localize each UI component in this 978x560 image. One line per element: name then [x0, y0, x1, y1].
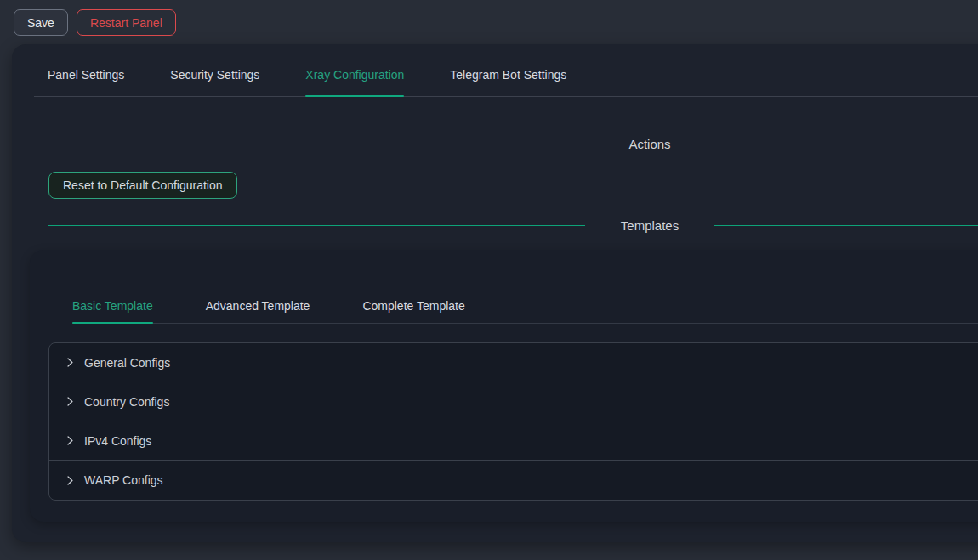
- reset-default-config-button[interactable]: Reset to Default Configuration: [48, 172, 237, 199]
- collapse-label: IPv4 Configs: [84, 434, 151, 448]
- templates-divider: Templates: [48, 217, 978, 234]
- divider-line: [48, 144, 593, 144]
- config-collapse-group: General Configs Country Configs IPv4 Con…: [48, 342, 978, 501]
- save-button[interactable]: Save: [14, 9, 68, 36]
- chevron-right-icon: [65, 357, 76, 368]
- collapse-general-configs[interactable]: General Configs: [49, 343, 978, 382]
- chevron-right-icon: [65, 475, 76, 486]
- tab-panel-settings[interactable]: Panel Settings: [48, 68, 124, 96]
- actions-divider-label: Actions: [593, 137, 706, 151]
- templates-card: Basic Template Advanced Template Complet…: [30, 250, 978, 522]
- settings-tab-bar: Panel Settings Security Settings Xray Co…: [34, 68, 978, 97]
- tab-advanced-template[interactable]: Advanced Template: [206, 299, 310, 323]
- collapse-label: General Configs: [84, 356, 170, 370]
- divider-line: [714, 225, 978, 226]
- tab-telegram-bot-settings[interactable]: Telegram Bot Settings: [450, 68, 566, 96]
- actions-divider: Actions: [48, 135, 978, 152]
- template-tab-bar: Basic Template Advanced Template Complet…: [72, 299, 978, 324]
- tab-xray-configuration[interactable]: Xray Configuration: [305, 68, 404, 96]
- divider-line: [48, 225, 585, 226]
- chevron-right-icon: [65, 435, 76, 446]
- tab-security-settings[interactable]: Security Settings: [170, 68, 259, 96]
- collapse-label: WARP Configs: [84, 473, 163, 487]
- collapse-warp-configs[interactable]: WARP Configs: [49, 461, 978, 500]
- restart-panel-button[interactable]: Restart Panel: [77, 9, 176, 36]
- tab-complete-template[interactable]: Complete Template: [362, 299, 464, 323]
- settings-card: Panel Settings Security Settings Xray Co…: [12, 44, 978, 542]
- collapse-label: Country Configs: [84, 395, 169, 409]
- tab-basic-template[interactable]: Basic Template: [72, 299, 153, 323]
- collapse-ipv4-configs[interactable]: IPv4 Configs: [49, 421, 978, 461]
- templates-divider-label: Templates: [585, 218, 714, 233]
- divider-line: [707, 144, 978, 144]
- chevron-right-icon: [65, 396, 76, 407]
- collapse-country-configs[interactable]: Country Configs: [49, 382, 978, 421]
- topbar: Save Restart Panel: [0, 0, 978, 44]
